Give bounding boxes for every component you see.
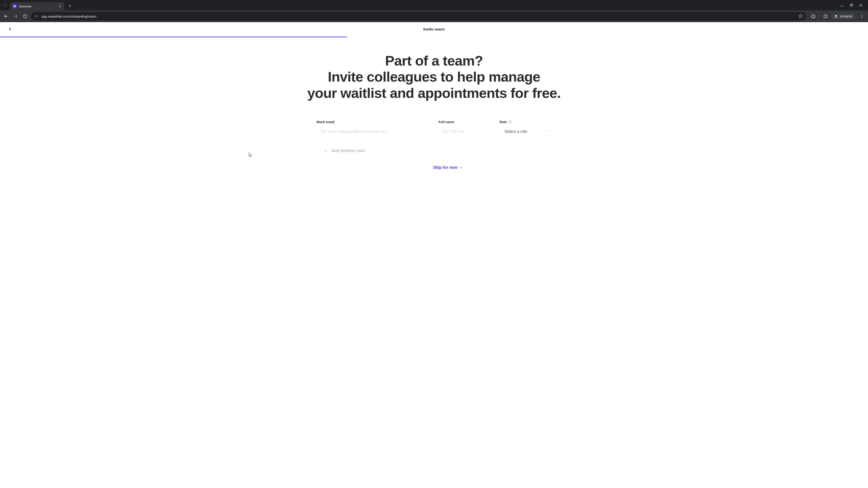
page-back-button[interactable] (8, 27, 12, 32)
svg-rect-1 (850, 4, 852, 6)
reload-button[interactable] (21, 12, 29, 20)
browser-toolbar: app.waitwhile.com/onboarding/users Incog… (0, 10, 868, 22)
svg-rect-10 (824, 15, 827, 18)
add-user-label: Add another user (331, 149, 365, 153)
browser-tab[interactable]: W Waitwhile ✕ (10, 2, 64, 10)
skip-label: Skip for now (433, 165, 458, 170)
email-field[interactable] (316, 127, 436, 136)
site-info-icon[interactable] (34, 14, 39, 19)
hero: Part of a team? Invite colleagues to hel… (0, 53, 868, 101)
svg-point-13 (862, 16, 862, 17)
hero-heading: Part of a team? Invite colleagues to hel… (0, 53, 868, 101)
arrow-right-icon (13, 14, 18, 19)
tab-title: Waitwhile (19, 5, 56, 8)
browser-menu-button[interactable] (858, 12, 866, 20)
incognito-icon (834, 14, 838, 18)
page-title: Invite users (423, 27, 445, 32)
invite-form: Work email Full name Role i Select a rol… (316, 120, 552, 170)
kebab-icon (860, 14, 864, 18)
favicon-icon: W (13, 4, 17, 8)
chevron-down-icon (545, 129, 548, 134)
toolbar-right: Incognito (808, 12, 866, 20)
hero-line-2: Invite colleagues to help manage (328, 69, 540, 85)
hero-line-3: your waitlist and appointments for free. (307, 85, 561, 101)
browser-chrome: W Waitwhile ✕ ＋ (0, 0, 868, 22)
chevron-down-icon (4, 4, 7, 7)
label-role: Role i (500, 120, 552, 124)
address-bar[interactable]: app.waitwhile.com/onboarding/users (31, 12, 806, 21)
mouse-cursor-icon (249, 153, 252, 158)
forward-button[interactable] (12, 12, 20, 20)
back-button[interactable] (2, 12, 10, 20)
side-panel-button[interactable] (822, 12, 829, 20)
close-icon[interactable]: ✕ (59, 4, 61, 8)
progress-bar (0, 37, 868, 37)
window-controls (839, 3, 866, 7)
svg-point-12 (862, 15, 862, 15)
role-select[interactable]: Select a role (500, 127, 552, 136)
add-user-button[interactable]: ＋ Add another user (316, 148, 552, 154)
page-content: Invite users Part of a team? Invite coll… (0, 22, 868, 488)
skip-row: Skip for now (316, 165, 552, 170)
star-icon (798, 13, 803, 18)
svg-point-14 (862, 17, 862, 18)
info-icon[interactable]: i (508, 120, 512, 123)
panel-icon (824, 14, 828, 18)
progress-fill (0, 37, 347, 37)
label-name: Full name (438, 120, 497, 124)
extensions-button[interactable] (809, 12, 817, 20)
minimize-button[interactable] (839, 3, 844, 7)
divider (819, 14, 819, 19)
form-labels: Work email Full name Role i (316, 120, 552, 124)
arrow-left-icon (4, 14, 8, 19)
label-email: Work email (316, 120, 436, 124)
skip-link[interactable]: Skip for now (433, 165, 462, 170)
page-header: Invite users (0, 22, 868, 37)
svg-marker-9 (799, 14, 803, 18)
puzzle-icon (811, 14, 815, 19)
plus-icon: ＋ (323, 148, 328, 154)
hero-line-1: Part of a team? (385, 53, 483, 68)
reload-icon (23, 14, 27, 19)
url-text: app.waitwhile.com/onboarding/users (41, 14, 96, 18)
tab-strip: W Waitwhile ✕ ＋ (0, 0, 868, 10)
incognito-label: Incognito (840, 14, 852, 18)
maximize-button[interactable] (849, 3, 854, 7)
bookmark-button[interactable] (798, 13, 803, 19)
name-field[interactable] (438, 127, 497, 136)
tab-search-dropdown[interactable] (1, 1, 9, 9)
chevron-left-icon (8, 27, 12, 31)
incognito-indicator[interactable]: Incognito (832, 13, 856, 20)
svg-point-6 (35, 16, 36, 17)
close-window-button[interactable] (859, 3, 863, 7)
chevron-right-icon (460, 166, 462, 169)
label-role-text: Role (500, 120, 507, 124)
new-tab-button[interactable]: ＋ (66, 2, 73, 9)
form-inputs: Select a role (316, 127, 552, 136)
role-select-value: Select a role (504, 129, 527, 134)
